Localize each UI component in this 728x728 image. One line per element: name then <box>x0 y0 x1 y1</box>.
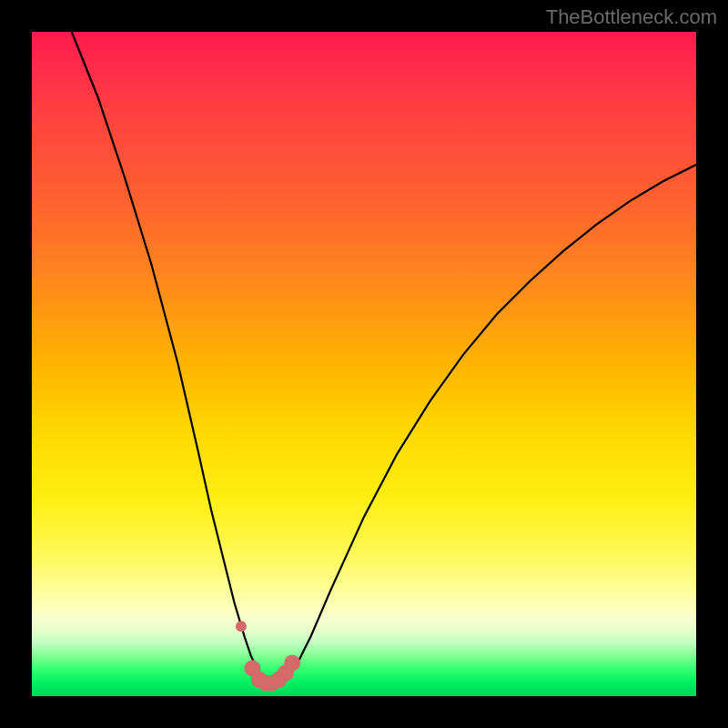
optimal-range-markers <box>236 621 300 691</box>
bottleneck-curve <box>72 32 696 682</box>
marker-dot <box>236 621 247 632</box>
chart-frame: TheBottleneck.com <box>0 0 728 728</box>
marker-dot <box>284 655 300 672</box>
watermark-text: TheBottleneck.com <box>546 5 717 29</box>
chart-svg <box>32 32 696 696</box>
plot-area <box>32 32 696 696</box>
